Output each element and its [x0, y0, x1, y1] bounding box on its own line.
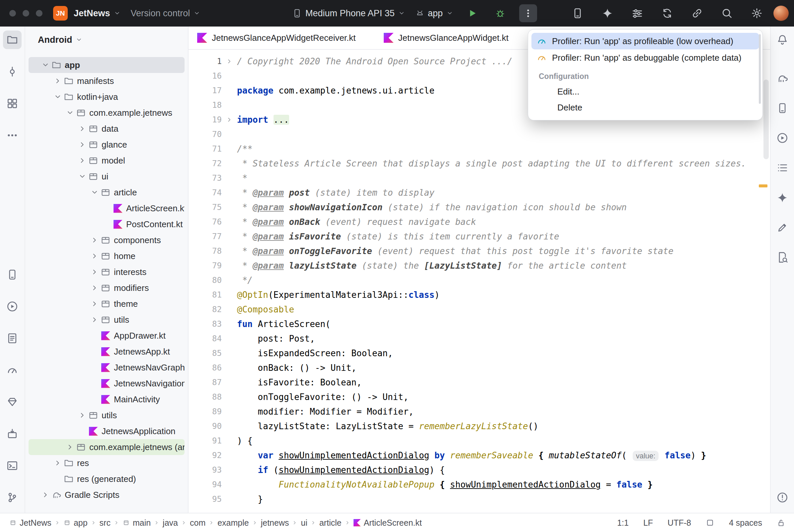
- version-control-button[interactable]: [3, 488, 22, 507]
- tree-item-theme[interactable]: theme: [29, 296, 185, 312]
- run-configurations-button[interactable]: [630, 6, 645, 21]
- version-control-widget[interactable]: Version control: [131, 8, 201, 19]
- editor-tab-jetnewsglanceappwidgetreceiver-kt[interactable]: JetnewsGlanceAppWidgetReceiver.kt: [197, 33, 356, 43]
- breadcrumb-main[interactable]: main: [123, 518, 151, 528]
- tree-item-components[interactable]: components: [29, 232, 185, 248]
- tree-item-modifiers[interactable]: modifiers: [29, 280, 185, 296]
- chevron-right-icon[interactable]: [52, 77, 64, 85]
- breadcrumb-articlescreen-kt[interactable]: ArticleScreen.kt: [353, 518, 422, 528]
- chevron-right-icon[interactable]: [88, 236, 100, 244]
- tree-item-jetnewsnavigation[interactable]: JetnewsNavigation: [29, 376, 185, 392]
- tree-item-data[interactable]: data: [29, 121, 185, 137]
- chevron-down-icon[interactable]: [39, 61, 52, 69]
- structure-button[interactable]: [773, 158, 792, 177]
- device-manager-button[interactable]: [773, 99, 792, 117]
- tree-item-home[interactable]: home: [29, 248, 185, 264]
- running-devices-button[interactable]: [3, 297, 22, 316]
- tree-item-article[interactable]: article: [29, 185, 185, 200]
- chevron-right-icon[interactable]: [52, 459, 64, 467]
- tree-item-kotlin-java[interactable]: kotlin+java: [29, 89, 185, 105]
- breadcrumb-jetnews[interactable]: JetNews: [9, 518, 52, 528]
- chevron-right-icon[interactable]: [88, 300, 100, 308]
- editor-scrollbar[interactable]: [763, 80, 769, 159]
- chevron-down-icon[interactable]: [52, 93, 64, 101]
- find-button[interactable]: [773, 248, 792, 267]
- breadcrumb-ui[interactable]: ui: [301, 518, 307, 528]
- fold-indicator[interactable]: [222, 116, 237, 124]
- breadcrumb-example[interactable]: example: [217, 518, 249, 528]
- search-button[interactable]: [720, 6, 734, 21]
- device-mirroring-button[interactable]: [570, 6, 585, 21]
- gemini-button[interactable]: [773, 188, 792, 207]
- tree-item-app[interactable]: app: [29, 57, 185, 73]
- indent-setting[interactable]: 4 spaces: [729, 518, 762, 528]
- tree-item-interests[interactable]: interests: [29, 264, 185, 280]
- close-window-button[interactable]: [9, 10, 16, 17]
- tree-item-jetnewsapp-kt[interactable]: JetnewsApp.kt: [29, 344, 185, 360]
- tree-item-mainactivity[interactable]: MainActivity: [29, 392, 185, 407]
- chevron-right-icon[interactable]: [64, 443, 76, 451]
- project-view-selector[interactable]: Android: [25, 31, 188, 49]
- menu-item-profiler-run-app-as-profileable-low-overhead[interactable]: Profiler: Run 'app' as profileable (low …: [532, 33, 759, 50]
- app-quality-insights-button[interactable]: [773, 218, 792, 237]
- sync-button[interactable]: [660, 6, 675, 21]
- breadcrumb-java[interactable]: java: [163, 518, 178, 528]
- chevron-right-icon[interactable]: [76, 140, 88, 149]
- chevron-down-icon[interactable]: [64, 109, 76, 117]
- menu-item-edit[interactable]: Edit...: [532, 83, 759, 99]
- menu-item-delete[interactable]: Delete: [532, 99, 759, 115]
- chevron-right-icon[interactable]: [88, 252, 100, 260]
- running-devices-button[interactable]: [773, 129, 792, 147]
- logcat-button[interactable]: [3, 329, 22, 347]
- tree-item-com-example-jetnews-an[interactable]: com.example.jetnews (an: [29, 439, 185, 455]
- run-button[interactable]: [463, 4, 481, 22]
- device-explorer-button[interactable]: [3, 424, 22, 443]
- tree-item-res-generated[interactable]: res (generated): [29, 471, 185, 487]
- menu-item-profiler-run-app-as-debuggable-complete-data[interactable]: Profiler: Run 'app' as debuggable (compl…: [532, 50, 759, 66]
- reader-mode-icon[interactable]: [706, 518, 714, 527]
- lock-icon[interactable]: [777, 518, 786, 527]
- chevron-right-icon[interactable]: [88, 284, 100, 292]
- notifications-button[interactable]: [773, 31, 792, 49]
- tree-item-jetnewsnavgraph[interactable]: JetnewsNavGraph.: [29, 360, 185, 376]
- fold-indicator[interactable]: [222, 58, 237, 65]
- more-run-options-button[interactable]: [519, 4, 537, 22]
- user-avatar[interactable]: [773, 6, 789, 21]
- breadcrumb-com[interactable]: com: [190, 518, 205, 528]
- debug-button[interactable]: [491, 4, 509, 22]
- project-button[interactable]: [3, 31, 22, 49]
- caret-position[interactable]: 1:1: [617, 518, 629, 528]
- more-tool-windows-button[interactable]: [3, 126, 22, 145]
- zoom-window-button[interactable]: [36, 10, 42, 17]
- tree-item-com-example-jetnews[interactable]: com.example.jetnews: [29, 105, 185, 121]
- tree-item-appdrawer-kt[interactable]: AppDrawer.kt: [29, 328, 185, 344]
- commit-button[interactable]: [3, 62, 22, 81]
- settings-button[interactable]: [750, 6, 764, 21]
- profiler-button[interactable]: [3, 361, 22, 379]
- tree-item-manifests[interactable]: manifests: [29, 73, 185, 89]
- chevron-right-icon[interactable]: [39, 491, 52, 499]
- chevron-right-icon[interactable]: [76, 156, 88, 165]
- breadcrumb-article[interactable]: article: [319, 518, 341, 528]
- terminal-button[interactable]: [3, 456, 22, 475]
- breadcrumb-jetnews[interactable]: jetnews: [261, 518, 289, 528]
- device-manager-button[interactable]: [3, 265, 22, 284]
- gradle-button[interactable]: [773, 69, 792, 88]
- run-configuration-selector[interactable]: app: [415, 8, 454, 19]
- line-separator[interactable]: LF: [643, 518, 653, 528]
- tree-item-jetnewsapplication[interactable]: JetnewsApplication: [29, 423, 185, 439]
- breadcrumb-app[interactable]: app: [63, 518, 88, 528]
- popup-scrollbar[interactable]: [759, 34, 761, 104]
- minimize-window-button[interactable]: [22, 10, 29, 17]
- app-inspection-button[interactable]: [3, 393, 22, 411]
- tree-item-gradle-scripts[interactable]: Gradle Scripts: [29, 487, 185, 503]
- breadcrumb-src[interactable]: src: [99, 518, 111, 528]
- chevron-right-icon[interactable]: [76, 411, 88, 420]
- tree-item-utils[interactable]: utils: [29, 407, 185, 423]
- chevron-right-icon[interactable]: [88, 316, 100, 324]
- device-selector[interactable]: Medium Phone API 35: [292, 8, 405, 19]
- tree-item-postcontent-kt[interactable]: PostContent.kt: [29, 216, 185, 232]
- editor-tab-jetnewsglanceappwidget-kt[interactable]: JetnewsGlanceAppWidget.kt: [384, 33, 509, 43]
- file-encoding[interactable]: UTF-8: [667, 518, 691, 528]
- chevron-down-icon[interactable]: [76, 172, 88, 181]
